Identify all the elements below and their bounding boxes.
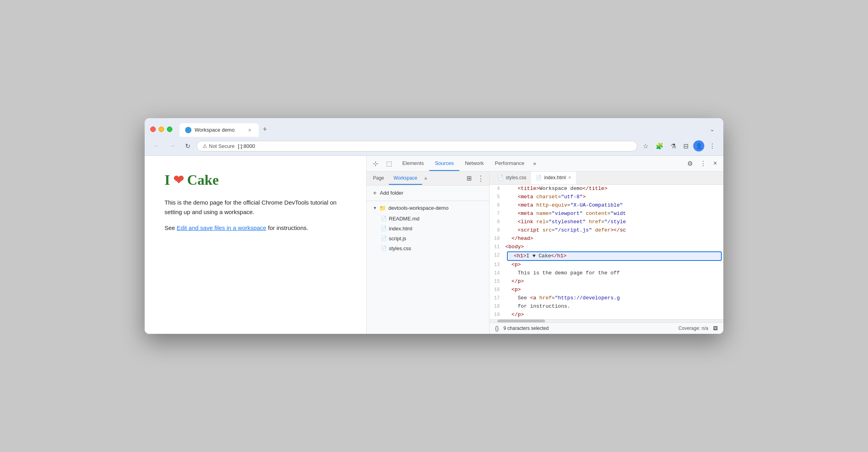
not-secure-indicator: ⚠ Not Secure: [203, 143, 235, 149]
file-nav-sidebar-toggle[interactable]: ⊞: [464, 172, 474, 184]
devtools-more-button[interactable]: ⋮: [697, 156, 709, 171]
tab-sources[interactable]: Sources: [429, 156, 459, 171]
code-line-9: 9 <script src="/script.js" defer></sc: [489, 226, 723, 235]
line-content-10: </head>: [505, 235, 723, 243]
code-line-12: 12 <h1>I ♥ Cake</h1>: [489, 251, 723, 261]
nav-bar: ← → ↻ ⚠ Not Secure [:]:8000 ☆ 🧩 ⚗ ⊟ 👤 ⋮: [145, 137, 723, 156]
line-num-17: 17: [489, 294, 505, 302]
code-line-13: 13 <p>: [489, 261, 723, 269]
line-num-7: 7: [489, 210, 505, 218]
line-num-6: 6: [489, 201, 505, 209]
heading-i: I: [164, 172, 170, 188]
add-folder-label: Add folder: [380, 190, 403, 196]
back-button[interactable]: ←: [150, 141, 163, 151]
lab-button[interactable]: ⚗: [668, 140, 679, 152]
tab-bar: 🌐 Workspace demo × +: [180, 122, 703, 137]
devtools-toolbar-right: ⚙ ⋮ ×: [684, 156, 720, 171]
add-folder-button[interactable]: + Add folder: [367, 186, 489, 201]
line-content-14: This is the demo page for the off: [505, 269, 723, 278]
file-nav-more[interactable]: »: [422, 172, 430, 184]
file-script-js[interactable]: 📄 script.js: [367, 234, 489, 243]
code-tab-index-close[interactable]: ×: [568, 175, 571, 180]
fullscreen-traffic-light[interactable]: [167, 126, 172, 132]
code-tab-styles[interactable]: 📄 styles.css: [493, 172, 531, 184]
tab-elements[interactable]: Elements: [397, 156, 429, 171]
url-text: [:]:8000: [238, 143, 255, 149]
tab-title: Workspace demo: [195, 127, 235, 133]
file-readme[interactable]: 📄 README.md: [367, 214, 489, 224]
code-line-15: 15 </p>: [489, 278, 723, 286]
sidebar-button[interactable]: ⊟: [681, 140, 691, 152]
chrome-menu-button[interactable]: ⋮: [707, 140, 718, 152]
line-content-17: See <a href="https://developers.g: [505, 294, 723, 303]
devtools-tabs-more[interactable]: »: [530, 156, 539, 170]
forward-button[interactable]: →: [166, 141, 179, 151]
line-num-5: 5: [489, 193, 505, 201]
main-content: I ❤ Cake This is the demo page for the o…: [145, 156, 723, 334]
line-content-7: <meta name="viewport" content="widt: [505, 210, 723, 218]
file-navigator: Page Workspace » ⊞ ⋮ + Add folder ▼ 📁: [367, 172, 489, 334]
folder-arrow-icon: ▼: [373, 206, 377, 210]
page-paragraph-2: See Edit and save files in a workspace f…: [164, 223, 346, 233]
tab-performance[interactable]: Performance: [489, 156, 530, 171]
selected-chars-text: 9 characters selected: [503, 326, 549, 331]
line-content-18: for instructions.: [505, 303, 723, 311]
code-line-17: 17 See <a href="https://developers.g: [489, 294, 723, 303]
file-name-css: styles.css: [389, 245, 411, 251]
file-nav-tab-workspace[interactable]: Workspace: [389, 172, 422, 185]
traffic-lights: [150, 126, 172, 132]
file-name-html: index.html: [389, 226, 412, 232]
reload-button[interactable]: ↻: [182, 141, 193, 151]
line-content-11: <body>: [505, 243, 723, 251]
line-num-19: 19: [489, 311, 505, 319]
code-line-14: 14 This is the demo page for the off: [489, 269, 723, 278]
browser-tab-active[interactable]: 🌐 Workspace demo ×: [180, 123, 259, 137]
file-nav-more-btn[interactable]: ⋮: [474, 172, 488, 185]
close-traffic-light[interactable]: [150, 126, 156, 132]
new-tab-button[interactable]: +: [259, 122, 271, 137]
line-content-15: </p>: [505, 278, 723, 286]
bookmark-button[interactable]: ☆: [640, 140, 651, 152]
horizontal-scrollbar[interactable]: [489, 319, 723, 322]
browser-window: 🌐 Workspace demo × + ⌄ ← → ↻ ⚠ Not Secur…: [145, 118, 723, 334]
screenshot-icon[interactable]: 🖼: [713, 326, 718, 331]
tab-network[interactable]: Network: [459, 156, 489, 171]
code-content[interactable]: 4 <title>Workspace demo</title> 5 <meta …: [489, 185, 723, 320]
file-tree: ▼ 📁 devtools-workspace-demo 📄 README.md …: [367, 201, 489, 334]
extensions-button[interactable]: 🧩: [653, 140, 666, 152]
pretty-print-icon[interactable]: {}: [495, 325, 499, 331]
line-num-13: 13: [489, 261, 505, 269]
device-toggle-button[interactable]: ⬚: [383, 156, 395, 171]
file-nav-tab-page[interactable]: Page: [368, 172, 389, 185]
code-tab-index[interactable]: 📄 index.html ×: [531, 172, 576, 184]
address-bar[interactable]: ⚠ Not Secure [:]:8000: [197, 141, 637, 151]
devtools-settings-button[interactable]: ⚙: [684, 156, 696, 171]
minimize-traffic-light[interactable]: [159, 126, 164, 132]
devtools-close-button[interactable]: ×: [710, 156, 720, 171]
file-icon-readme: 📄: [381, 216, 386, 221]
folder-devtools-workspace-demo[interactable]: ▼ 📁 devtools-workspace-demo: [367, 203, 489, 214]
file-icon-js: 📄: [381, 236, 386, 241]
tab-dropdown-button[interactable]: ⌄: [707, 123, 718, 136]
code-tab-styles-label: styles.css: [506, 175, 526, 180]
code-line-19: 19 </p>: [489, 311, 723, 319]
workspace-link[interactable]: Edit and save files in a workspace: [177, 224, 266, 231]
code-line-7: 7 <meta name="viewport" content="widt: [489, 210, 723, 218]
tab-close-button[interactable]: ×: [246, 126, 253, 134]
file-nav-tabs: Page Workspace » ⊞ ⋮: [367, 172, 489, 186]
code-line-6: 6 <meta http-equiv="X-UA-Compatible": [489, 201, 723, 210]
inspector-toggle-button[interactable]: ⊹: [370, 156, 381, 171]
code-line-11: 11 <body>: [489, 243, 723, 251]
devtools-panel: ⊹ ⬚ Elements Sources Network Performance…: [367, 156, 723, 334]
title-bar: 🌐 Workspace demo × + ⌄: [145, 118, 723, 137]
code-tabs: 📄 styles.css 📄 index.html ×: [489, 172, 723, 185]
file-index-html[interactable]: 📄 index.html: [367, 224, 489, 234]
line-num-16: 16: [489, 286, 505, 294]
code-tab-index-icon: 📄: [536, 175, 542, 180]
code-line-4: 4 <title>Workspace demo</title>: [489, 185, 723, 193]
line-num-18: 18: [489, 303, 505, 310]
file-styles-css[interactable]: 📄 styles.css: [367, 243, 489, 253]
profile-avatar[interactable]: 👤: [693, 140, 704, 151]
code-editor: 📄 styles.css 📄 index.html × 4 <titl: [489, 172, 723, 334]
coverage-text: Coverage: n/a: [679, 326, 708, 331]
